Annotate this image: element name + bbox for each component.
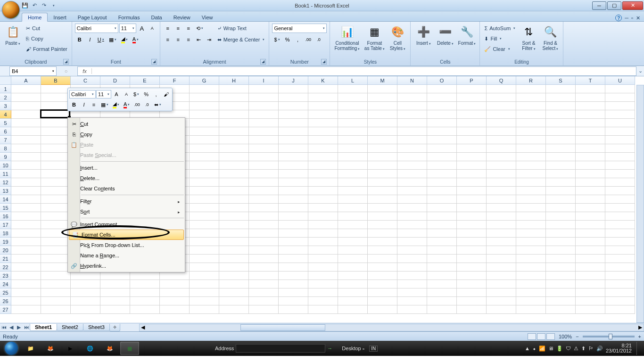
cell[interactable] [605,297,635,305]
cell[interactable] [338,280,368,288]
cell[interactable] [249,85,279,93]
cell[interactable] [457,263,487,272]
show-desktop-button[interactable] [636,342,640,355]
cell[interactable] [516,102,546,110]
cell[interactable] [427,272,457,280]
cell[interactable] [279,288,308,297]
cell[interactable] [605,187,635,195]
shrink-font-button[interactable]: A [148,24,157,33]
row-header[interactable]: 14 [0,195,11,204]
tab-review[interactable]: Review [168,13,196,21]
cell[interactable] [546,195,576,204]
cell[interactable] [219,297,249,305]
cell[interactable] [487,119,516,127]
cell[interactable] [308,187,338,195]
taskbar-ie[interactable]: 🌐 [81,342,99,355]
cell[interactable] [41,195,71,204]
cell[interactable] [487,204,516,212]
tab-formulas[interactable]: Formulas [113,13,146,21]
cell[interactable] [605,288,635,297]
cell[interactable] [279,144,308,153]
cell[interactable] [308,280,338,288]
cell[interactable] [11,246,41,255]
mini-accounting-button[interactable]: $ [132,90,141,99]
cell[interactable] [516,127,546,136]
cell[interactable] [190,153,219,161]
column-header[interactable]: Q [487,76,516,85]
column-header[interactable]: M [368,76,397,85]
cell[interactable] [219,246,249,255]
cell[interactable] [457,187,487,195]
row-header[interactable]: 15 [0,204,11,212]
row-header[interactable]: 20 [0,246,11,255]
sheet-nav-first[interactable]: ⏮ [0,324,8,330]
cell[interactable] [249,93,279,102]
cell[interactable] [130,280,160,288]
cell[interactable] [516,297,546,305]
cell[interactable] [219,170,249,178]
cell[interactable] [576,136,605,144]
cell[interactable] [605,119,635,127]
cell[interactable] [368,119,397,127]
cell[interactable] [249,153,279,161]
cell[interactable] [457,127,487,136]
cell[interactable] [308,204,338,212]
cell[interactable] [368,85,397,93]
cell[interactable] [427,204,457,212]
cell[interactable] [41,212,71,221]
cell[interactable] [249,280,279,288]
cell[interactable] [279,136,308,144]
cell[interactable] [546,297,576,305]
cell[interactable] [516,144,546,153]
cell[interactable] [397,221,427,229]
cell[interactable] [130,305,160,314]
column-header[interactable]: O [427,76,457,85]
cell[interactable] [397,212,427,221]
cell[interactable] [41,246,71,255]
cell[interactable] [516,272,546,280]
cell[interactable] [249,212,279,221]
cell[interactable] [516,187,546,195]
cell[interactable] [427,280,457,288]
cell[interactable] [546,229,576,238]
cell[interactable] [308,144,338,153]
cell[interactable] [516,280,546,288]
cell[interactable] [546,288,576,297]
cell[interactable] [605,238,635,246]
cell[interactable] [605,85,635,93]
cell[interactable] [487,161,516,170]
cell[interactable] [368,238,397,246]
cell[interactable] [338,153,368,161]
cell[interactable] [41,110,71,119]
cell[interactable] [427,93,457,102]
cell[interactable] [546,305,576,314]
cell[interactable] [249,246,279,255]
cell[interactable] [219,229,249,238]
cell[interactable] [279,161,308,170]
cell[interactable] [71,288,100,297]
cell[interactable] [308,161,338,170]
cell[interactable] [338,187,368,195]
cell[interactable] [160,272,190,280]
ctx-insert-comment[interactable]: 💬Insert Comment [68,219,185,230]
cell[interactable] [487,288,516,297]
cell[interactable] [190,238,219,246]
cell[interactable] [397,187,427,195]
cell[interactable] [11,110,41,119]
row-header[interactable]: 11 [0,170,11,178]
row-header[interactable]: 8 [0,144,11,153]
cell[interactable] [487,127,516,136]
cell[interactable] [487,93,516,102]
cell[interactable] [457,229,487,238]
cell[interactable] [338,246,368,255]
cell[interactable] [576,272,605,280]
cell[interactable] [576,153,605,161]
cell[interactable] [279,212,308,221]
cell[interactable] [368,93,397,102]
cell[interactable] [605,127,635,136]
cell[interactable] [457,272,487,280]
cell[interactable] [219,144,249,153]
cell[interactable] [368,153,397,161]
cell[interactable] [605,153,635,161]
cell[interactable] [576,195,605,204]
